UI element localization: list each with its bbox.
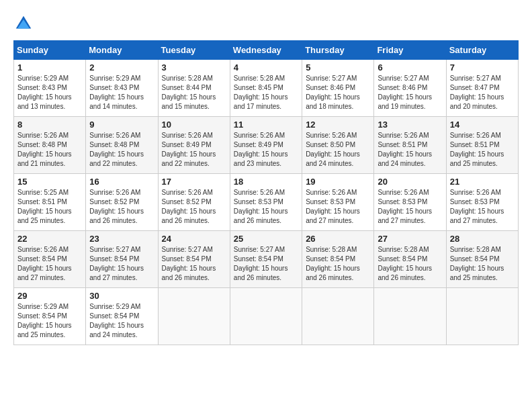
calendar-day-cell [446,288,518,345]
day-of-week-header: Sunday [14,41,86,60]
day-number: 18 [234,177,298,187]
day-info: Sunrise: 5:27 AM Sunset: 8:54 PM Dayligh… [234,245,298,283]
day-number: 5 [306,62,370,73]
day-number: 20 [378,177,442,187]
day-number: 11 [234,120,298,130]
day-number: 28 [450,234,515,244]
day-number: 1 [17,62,82,73]
calendar-day-cell: 25Sunrise: 5:27 AM Sunset: 8:54 PM Dayli… [230,231,302,288]
day-number: 3 [162,62,226,73]
day-number: 30 [89,291,154,301]
day-info: Sunrise: 5:28 AM Sunset: 8:54 PM Dayligh… [378,245,442,283]
day-of-week-header: Wednesday [230,41,302,60]
day-info: Sunrise: 5:27 AM Sunset: 8:54 PM Dayligh… [89,245,154,283]
day-number: 14 [450,120,515,130]
day-info: Sunrise: 5:28 AM Sunset: 8:54 PM Dayligh… [306,245,370,283]
days-header-row: SundayMondayTuesdayWednesdayThursdayFrid… [14,41,519,60]
calendar-day-cell: 2Sunrise: 5:29 AM Sunset: 8:43 PM Daylig… [86,60,158,117]
day-number: 9 [89,120,154,130]
calendar-day-cell: 6Sunrise: 5:27 AM Sunset: 8:46 PM Daylig… [374,60,446,117]
day-info: Sunrise: 5:27 AM Sunset: 8:46 PM Dayligh… [306,74,370,111]
day-number: 25 [234,234,298,244]
day-info: Sunrise: 5:26 AM Sunset: 8:51 PM Dayligh… [378,131,442,169]
day-of-week-header: Friday [374,41,446,60]
calendar-day-cell: 13Sunrise: 5:26 AM Sunset: 8:51 PM Dayli… [374,117,446,174]
calendar-day-cell: 17Sunrise: 5:26 AM Sunset: 8:52 PM Dayli… [158,174,230,231]
calendar-day-cell: 1Sunrise: 5:29 AM Sunset: 8:43 PM Daylig… [14,60,86,117]
day-info: Sunrise: 5:27 AM Sunset: 8:54 PM Dayligh… [162,245,226,283]
day-info: Sunrise: 5:26 AM Sunset: 8:51 PM Dayligh… [450,131,515,169]
day-info: Sunrise: 5:26 AM Sunset: 8:52 PM Dayligh… [89,188,154,226]
calendar-day-cell: 5Sunrise: 5:27 AM Sunset: 8:46 PM Daylig… [302,60,374,117]
day-info: Sunrise: 5:26 AM Sunset: 8:53 PM Dayligh… [450,188,515,226]
calendar-day-cell: 14Sunrise: 5:26 AM Sunset: 8:51 PM Dayli… [446,117,518,174]
day-info: Sunrise: 5:28 AM Sunset: 8:45 PM Dayligh… [234,74,298,111]
page-header [13,13,519,34]
calendar-week-row: 1Sunrise: 5:29 AM Sunset: 8:43 PM Daylig… [14,60,519,117]
calendar-day-cell: 19Sunrise: 5:26 AM Sunset: 8:53 PM Dayli… [302,174,374,231]
day-number: 4 [234,62,298,73]
calendar-week-row: 8Sunrise: 5:26 AM Sunset: 8:48 PM Daylig… [14,117,519,174]
day-number: 26 [306,234,370,244]
calendar-day-cell: 18Sunrise: 5:26 AM Sunset: 8:53 PM Dayli… [230,174,302,231]
calendar-day-cell [374,288,446,345]
calendar-day-cell: 7Sunrise: 5:27 AM Sunset: 8:47 PM Daylig… [446,60,518,117]
calendar-day-cell [158,288,230,345]
day-info: Sunrise: 5:26 AM Sunset: 8:52 PM Dayligh… [162,188,226,226]
day-number: 19 [306,177,370,187]
day-of-week-header: Monday [86,41,158,60]
day-info: Sunrise: 5:29 AM Sunset: 8:54 PM Dayligh… [89,302,154,340]
day-info: Sunrise: 5:26 AM Sunset: 8:54 PM Dayligh… [17,245,82,283]
logo-icon [13,13,34,34]
day-number: 8 [17,120,82,130]
calendar-day-cell: 30Sunrise: 5:29 AM Sunset: 8:54 PM Dayli… [86,288,158,345]
calendar-day-cell: 12Sunrise: 5:26 AM Sunset: 8:50 PM Dayli… [302,117,374,174]
day-info: Sunrise: 5:27 AM Sunset: 8:46 PM Dayligh… [378,74,442,111]
day-number: 24 [162,234,226,244]
calendar-week-row: 29Sunrise: 5:29 AM Sunset: 8:54 PM Dayli… [14,288,519,345]
calendar-day-cell: 15Sunrise: 5:25 AM Sunset: 8:51 PM Dayli… [14,174,86,231]
day-info: Sunrise: 5:26 AM Sunset: 8:48 PM Dayligh… [17,131,82,169]
calendar-day-cell: 28Sunrise: 5:28 AM Sunset: 8:54 PM Dayli… [446,231,518,288]
calendar-day-cell [230,288,302,345]
calendar-day-cell: 24Sunrise: 5:27 AM Sunset: 8:54 PM Dayli… [158,231,230,288]
day-info: Sunrise: 5:28 AM Sunset: 8:54 PM Dayligh… [450,245,515,283]
calendar-day-cell: 21Sunrise: 5:26 AM Sunset: 8:53 PM Dayli… [446,174,518,231]
day-info: Sunrise: 5:26 AM Sunset: 8:53 PM Dayligh… [378,188,442,226]
day-info: Sunrise: 5:28 AM Sunset: 8:44 PM Dayligh… [162,74,226,111]
day-number: 23 [89,234,154,244]
day-info: Sunrise: 5:25 AM Sunset: 8:51 PM Dayligh… [17,188,82,226]
day-info: Sunrise: 5:26 AM Sunset: 8:49 PM Dayligh… [162,131,226,169]
day-info: Sunrise: 5:29 AM Sunset: 8:43 PM Dayligh… [89,74,154,111]
day-number: 22 [17,234,82,244]
day-number: 21 [450,177,515,187]
calendar-week-row: 15Sunrise: 5:25 AM Sunset: 8:51 PM Dayli… [14,174,519,231]
day-number: 12 [306,120,370,130]
day-number: 27 [378,234,442,244]
day-info: Sunrise: 5:26 AM Sunset: 8:53 PM Dayligh… [306,188,370,226]
day-number: 6 [378,62,442,73]
day-number: 10 [162,120,226,130]
day-info: Sunrise: 5:26 AM Sunset: 8:49 PM Dayligh… [234,131,298,169]
day-number: 2 [89,62,154,73]
day-info: Sunrise: 5:29 AM Sunset: 8:43 PM Dayligh… [17,74,82,111]
calendar-day-cell: 29Sunrise: 5:29 AM Sunset: 8:54 PM Dayli… [14,288,86,345]
day-info: Sunrise: 5:29 AM Sunset: 8:54 PM Dayligh… [17,302,82,340]
day-of-week-header: Thursday [302,41,374,60]
calendar-day-cell: 23Sunrise: 5:27 AM Sunset: 8:54 PM Dayli… [86,231,158,288]
calendar-day-cell: 16Sunrise: 5:26 AM Sunset: 8:52 PM Dayli… [86,174,158,231]
day-of-week-header: Tuesday [158,41,230,60]
day-number: 16 [89,177,154,187]
calendar-day-cell: 10Sunrise: 5:26 AM Sunset: 8:49 PM Dayli… [158,117,230,174]
day-of-week-header: Saturday [446,41,518,60]
calendar-day-cell: 27Sunrise: 5:28 AM Sunset: 8:54 PM Dayli… [374,231,446,288]
calendar-week-row: 22Sunrise: 5:26 AM Sunset: 8:54 PM Dayli… [14,231,519,288]
calendar-day-cell: 9Sunrise: 5:26 AM Sunset: 8:48 PM Daylig… [86,117,158,174]
calendar-day-cell: 3Sunrise: 5:28 AM Sunset: 8:44 PM Daylig… [158,60,230,117]
day-info: Sunrise: 5:27 AM Sunset: 8:47 PM Dayligh… [450,74,515,111]
day-number: 15 [17,177,82,187]
day-number: 7 [450,62,515,73]
calendar-day-cell: 4Sunrise: 5:28 AM Sunset: 8:45 PM Daylig… [230,60,302,117]
calendar-day-cell: 8Sunrise: 5:26 AM Sunset: 8:48 PM Daylig… [14,117,86,174]
calendar-day-cell: 22Sunrise: 5:26 AM Sunset: 8:54 PM Dayli… [14,231,86,288]
